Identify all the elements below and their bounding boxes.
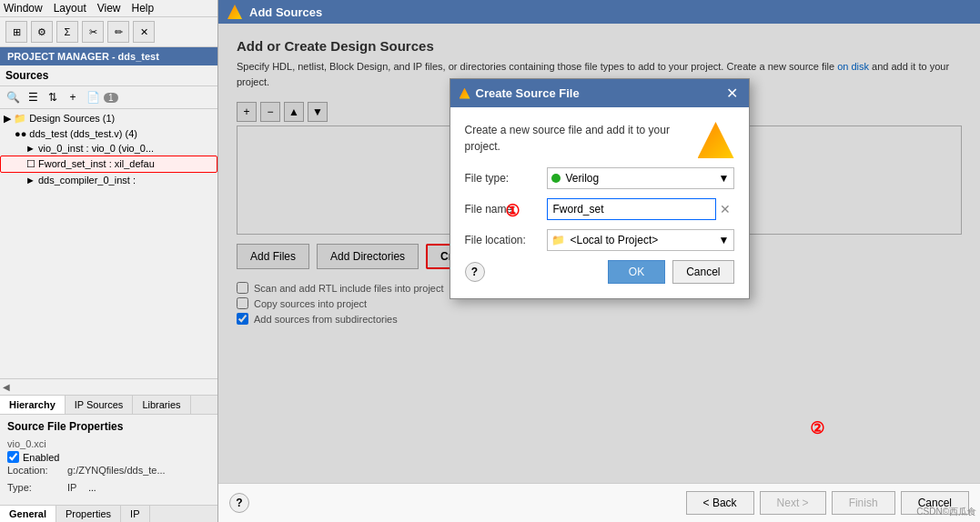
menu-help[interactable]: Help xyxy=(132,2,155,15)
props-enabled-row: Enabled xyxy=(7,451,210,463)
location-dropdown-icon: ▼ xyxy=(719,234,730,246)
location-icon: 📁 xyxy=(551,234,565,246)
props-enabled-checkbox[interactable] xyxy=(7,451,19,463)
bottom-tab-properties[interactable]: Properties xyxy=(56,506,121,522)
toolbar-pencil-btn[interactable]: ✏ xyxy=(107,21,129,43)
bottom-tab-ip[interactable]: IP xyxy=(121,506,149,522)
dialog-title-bar: Add Sources xyxy=(218,0,980,24)
toolbar-cut-btn[interactable]: ✂ xyxy=(82,21,104,43)
menu-view[interactable]: View xyxy=(97,2,121,15)
bottom-bar: ? < Back Next > Finish Cancel xyxy=(218,483,980,522)
location-value: g:/ZYNQfiles/dds_te... xyxy=(67,465,166,476)
tree-item[interactable]: ▶ 📁 Design Sources (1) xyxy=(0,111,217,126)
props-file: vio_0.xci xyxy=(7,438,210,449)
sources-title: Sources xyxy=(5,69,48,82)
toolbar-grid-btn[interactable]: ⊞ xyxy=(5,21,27,43)
sources-badge: 1 xyxy=(104,93,118,103)
props-title: Source File Properties xyxy=(7,420,210,433)
file-name-input[interactable] xyxy=(547,198,716,220)
file-type-row: File type: Verilog ▼ xyxy=(465,167,734,189)
modal-cancel-btn[interactable]: Cancel xyxy=(672,260,733,284)
modal-close-btn[interactable]: ✕ xyxy=(724,85,740,102)
search-btn[interactable]: 🔍 xyxy=(4,88,22,106)
file-name-label: File name: xyxy=(465,203,547,216)
scroll-indicator: ◀ xyxy=(0,378,217,395)
modal-vivado-icon xyxy=(460,88,470,99)
menu-layout[interactable]: Layout xyxy=(54,2,86,15)
modal-ok-btn[interactable]: OK xyxy=(608,260,665,284)
dialog-title: Add Sources xyxy=(249,5,322,19)
file-type-select[interactable]: Verilog ▼ xyxy=(547,167,734,189)
file-type-value: Verilog xyxy=(566,172,600,185)
file-name-row: File name: ✕ xyxy=(465,198,734,220)
file-location-row: File location: 📁 <Local to Project> ▼ xyxy=(465,229,734,251)
modal-buttons: ? OK Cancel xyxy=(465,260,734,284)
main-panel: Add Sources Add or Create Design Sources… xyxy=(218,0,980,522)
bottom-tab-general[interactable]: General xyxy=(0,506,56,522)
tree-area: ▶ 📁 Design Sources (1) ●● dds_test (dds_… xyxy=(0,109,217,378)
sources-tab-bar: Hierarchy IP Sources Libraries xyxy=(0,395,217,414)
properties-section: Source File Properties vio_0.xci Enabled… xyxy=(0,414,217,505)
sources-header: Sources xyxy=(0,65,217,86)
props-enabled-label: Enabled xyxy=(23,452,59,463)
modal-help-btn[interactable]: ? xyxy=(465,262,485,282)
dropdown-arrow-icon: ▼ xyxy=(719,172,730,185)
toolbar-sigma-btn[interactable]: Σ xyxy=(56,21,78,43)
sort-btn[interactable]: ⇅ xyxy=(44,88,62,106)
toolbar-gear-btn[interactable]: ⚙ xyxy=(31,21,53,43)
tree-item-highlighted[interactable]: ☐ Fword_set_inst : xil_defau xyxy=(0,156,217,173)
tab-libraries[interactable]: Libraries xyxy=(133,396,190,414)
tree-item[interactable]: ► vio_0_inst : vio_0 (vio_0... xyxy=(0,141,217,156)
modal-title-bar: Create Source File ✕ xyxy=(450,79,749,107)
modal-desc: Create a new source file and add it to y… xyxy=(465,122,689,155)
next-btn[interactable]: Next > xyxy=(760,491,826,515)
filter-btn[interactable]: ☰ xyxy=(24,88,42,106)
left-panel: Window Layout View Help ⊞ ⚙ Σ ✂ ✏ ✕ PROJ… xyxy=(0,0,218,522)
create-source-modal: Create Source File ✕ Create a new source… xyxy=(450,78,750,299)
location-label: Location: xyxy=(7,465,62,476)
modal-logo-icon xyxy=(698,122,734,158)
finish-btn[interactable]: Finish xyxy=(832,491,895,515)
tab-ip-sources[interactable]: IP Sources xyxy=(66,396,134,414)
scroll-left-icon[interactable]: ◀ xyxy=(0,379,13,395)
type-value: IP xyxy=(67,482,76,493)
toolbar-x-btn[interactable]: ✕ xyxy=(133,21,155,43)
vivado-logo-icon xyxy=(227,5,242,19)
type-label: Type: xyxy=(7,482,62,493)
file-location-select[interactable]: 📁 <Local to Project> ▼ xyxy=(547,229,734,251)
tab-hierarchy[interactable]: Hierarchy xyxy=(0,396,66,414)
file-type-label: File type: xyxy=(465,172,547,185)
clear-name-btn[interactable]: ✕ xyxy=(716,200,734,218)
help-btn[interactable]: ? xyxy=(229,493,249,513)
back-btn[interactable]: < Back xyxy=(686,491,754,515)
file-btn[interactable]: 📄 xyxy=(84,88,102,106)
modal-overlay: Create Source File ✕ Create a new source… xyxy=(218,24,980,483)
watermark: CSDN©西瓜食 xyxy=(916,506,976,518)
file-location-label: File location: xyxy=(465,234,547,246)
props-type-row: Type: IP ... xyxy=(7,479,210,496)
menu-bar: Window Layout View Help xyxy=(0,0,217,17)
main-content: Add or Create Design Sources Specify HDL… xyxy=(218,24,980,483)
project-title: PROJECT MANAGER - dds_test xyxy=(0,47,217,65)
menu-window[interactable]: Window xyxy=(4,2,43,15)
tree-item[interactable]: ●● dds_test (dds_test.v) (4) xyxy=(0,126,217,141)
type-browse-btn[interactable]: ... xyxy=(82,479,102,496)
modal-title-text: Create Source File xyxy=(476,86,580,100)
file-location-value: <Local to Project> xyxy=(571,234,659,246)
props-location-row: Location: g:/ZYNQfiles/dds_te... xyxy=(7,465,210,476)
modal-body: Create a new source file and add it to y… xyxy=(450,107,749,298)
toolbar: ⊞ ⚙ Σ ✂ ✏ ✕ xyxy=(0,17,217,47)
verilog-dot xyxy=(551,174,561,183)
add-source-btn[interactable]: + xyxy=(64,88,82,106)
bottom-tab-bar: General Properties IP xyxy=(0,505,217,522)
sources-toolbar: 🔍 ☰ ⇅ + 📄 1 xyxy=(0,86,217,109)
tree-item[interactable]: ► dds_compiler_0_inst : xyxy=(0,173,217,187)
